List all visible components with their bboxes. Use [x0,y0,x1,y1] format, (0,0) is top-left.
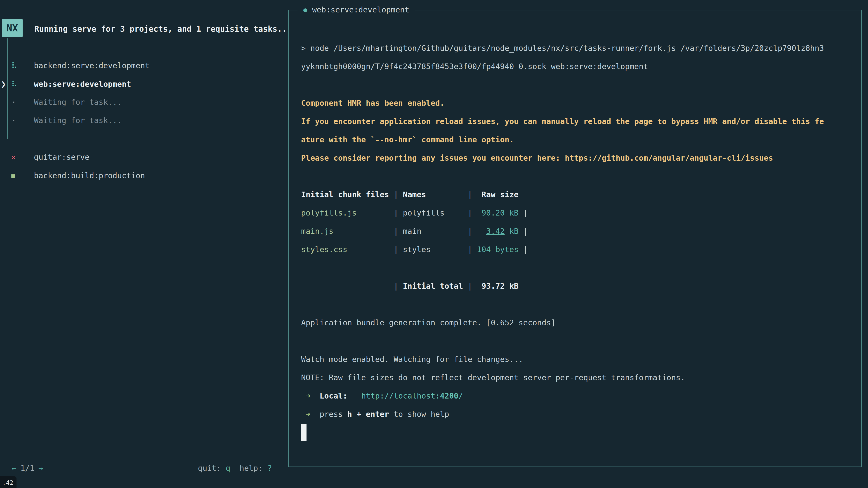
waiting-dot-icon: · [11,111,16,129]
hmr-message: Component HMR has been enabled. [301,94,850,112]
position-overlay: .42 [0,476,17,488]
tasks-summary-title: Running serve for 3 projects, and 1 requ… [34,20,287,38]
chunk-name: main [403,227,468,236]
quit-hint-label: quit: [198,464,225,473]
selection-arrow-icon: ❯ [1,75,6,93]
task-row-waiting-1[interactable]: · Waiting for task... [0,93,280,111]
table-total-row: |Initial total|93.72kB [301,277,850,295]
local-url[interactable]: http://localhost:4200/ [361,391,463,400]
command-line-wrap: yyknnbtgh0000gn/T/9f4c243785f8453e3f00/f… [301,57,850,75]
chunk-file: polyfills.js [301,208,394,217]
table-row: styles.css|styles|104bytes| [301,240,850,258]
blank-line [301,258,850,277]
task-row-guitar-serve[interactable]: ✕ guitar:serve [0,148,280,166]
nx-logo-badge: NX [2,19,23,37]
total-label: Initial total [403,282,468,291]
task-label: Waiting for task... [34,111,122,129]
task-label: backend:build:production [34,166,145,185]
table-row: main.js|main|3.42kB| [301,222,850,240]
hmr-message: If you encounter application reload issu… [301,112,850,130]
arrow-icon: ➜ [306,410,310,419]
chunk-size: 104bytes [477,245,519,254]
chunk-size: 90.20kB [477,208,519,217]
cursor-line [301,423,850,442]
table-row: polyfills.js|polyfills|90.20kB| [301,203,850,222]
chunk-name: polyfills [403,208,468,217]
sidebar-footer: ← 1/1 → quit: q help: ? [0,459,281,477]
task-row-backend-build[interactable]: ■ backend:build:production [0,166,280,185]
chunk-size: 3.42kB [477,227,519,236]
table-header: Initial chunk files|Names|Raw size [301,185,850,203]
success-square-icon: ■ [11,166,15,185]
spinner-icon: ⠧ [11,75,17,93]
local-url-line: ➜Local:http://localhost:4200/ [301,387,850,405]
next-page-arrow-icon[interactable]: → [38,464,43,473]
watch-mode-message: Watch mode enabled. Watching for file ch… [301,350,850,368]
note-message: NOTE: Raw file sizes do not reflect deve… [301,368,850,387]
chunk-name: styles [403,245,468,254]
terminal-cursor [301,424,307,441]
total-size: 93.72kB [477,282,519,291]
blank-line [301,332,850,350]
task-label: guitar:serve [34,148,90,166]
spinner-icon: ⠧ [11,57,17,74]
prev-page-arrow-icon[interactable]: ← [12,464,16,473]
help-key: ? [268,464,272,473]
chunk-file: styles.css [301,245,394,254]
command-line: > node /Users/mhartington/Github/guitars… [301,39,850,57]
task-label: backend:serve:development [34,57,150,74]
pagination: ← 1/1 → [12,459,43,477]
task-label: Waiting for task... [34,93,122,111]
key-hints: quit: q help: ? [198,459,272,477]
quit-key: q [225,464,230,473]
blank-line [301,295,850,313]
hmr-message: Please consider reporting any issues you… [301,149,850,167]
waiting-dot-icon: · [11,93,16,111]
task-row-web-serve[interactable]: ❯ ⠧ web:serve:development [0,75,280,93]
bundle-complete-message: Application bundle generation complete. … [301,313,850,332]
task-row-waiting-2[interactable]: · Waiting for task... [0,111,280,129]
failed-cross-icon: ✕ [11,148,16,166]
task-label-selected: web:serve:development [34,75,131,93]
blank-line [301,75,850,94]
arrow-icon: ➜ [306,391,310,400]
task-row-backend-serve[interactable]: ⠧ backend:serve:development [0,57,280,74]
page-indicator: 1/1 [20,464,34,473]
chunk-file: main.js [301,227,394,236]
help-hint-line: ➜press h + enter to show help [301,405,850,423]
task-output-panel: ● web:serve:development > node /Users/mh… [288,10,862,467]
help-hint-label: help: [230,464,268,473]
hmr-message: ature with the `--no-hmr` command line o… [301,130,850,149]
blank-line [301,167,850,185]
terminal-output: > node /Users/mhartington/Github/guitars… [301,10,850,442]
